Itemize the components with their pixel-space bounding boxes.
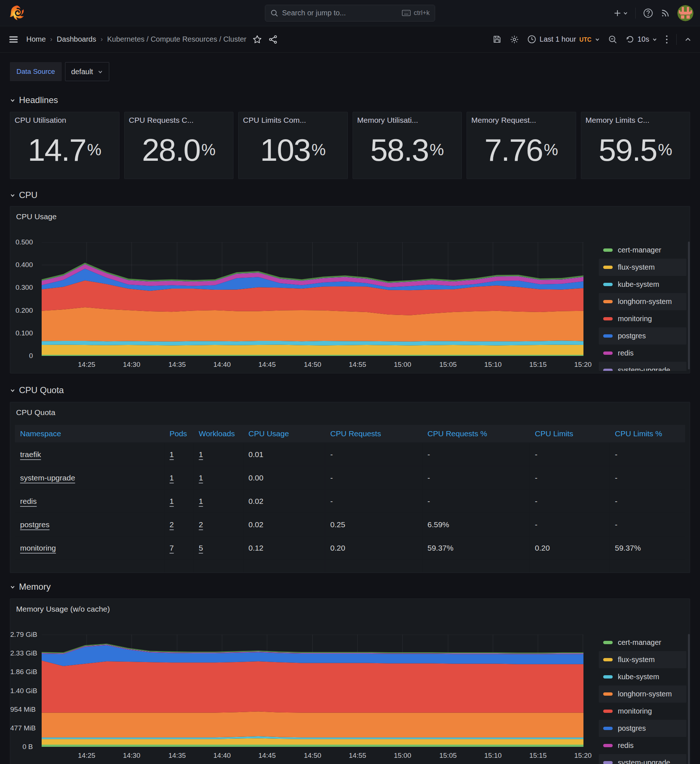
legend-swatch: [603, 249, 613, 252]
drilldown-link[interactable]: 1: [199, 450, 203, 459]
help-button[interactable]: [643, 8, 653, 18]
drilldown-link[interactable]: 1: [199, 474, 203, 482]
legend-scrollbar[interactable]: [688, 634, 690, 764]
legend-swatch: [603, 351, 613, 355]
table-header-cell[interactable]: CPU Requests: [325, 425, 422, 443]
menu-icon: [9, 35, 18, 44]
section-header-memory[interactable]: Memory: [10, 582, 690, 592]
favorite-button[interactable]: [252, 35, 262, 44]
table-cell: redis: [15, 490, 164, 513]
grafana-logo-icon[interactable]: [9, 5, 25, 22]
x-axis-tick: 15:20: [574, 361, 592, 369]
gear-icon: [510, 35, 519, 44]
namespace-link[interactable]: postgres: [20, 520, 50, 529]
drilldown-link[interactable]: 2: [169, 520, 174, 529]
dashboard-toolbar: Home›Dashboards›Kubernetes / Compute Res…: [0, 26, 700, 53]
drilldown-link[interactable]: 7: [169, 544, 174, 553]
section-header-headlines[interactable]: Headlines: [10, 95, 690, 105]
x-axis-tick: 15:00: [394, 751, 411, 759]
search-input[interactable]: Search or jump to... ctrl+k: [265, 5, 435, 22]
table-cell: 0.00: [243, 466, 325, 489]
save-dashboard-button[interactable]: [492, 35, 502, 44]
legend-item[interactable]: longhorn-system: [599, 686, 686, 703]
namespace-link[interactable]: system-upgrade: [20, 474, 75, 482]
namespace-link[interactable]: monitoring: [20, 544, 56, 553]
namespace-link[interactable]: traefik: [20, 450, 41, 459]
legend-item[interactable]: kube-system: [599, 668, 686, 686]
chevron-down-icon: [10, 97, 15, 103]
dashboard-settings-button[interactable]: [510, 35, 519, 44]
table-cell: 0.20: [325, 536, 422, 559]
table-header-cell[interactable]: CPU Limits: [530, 425, 610, 443]
legend-item[interactable]: cert-manager: [599, 634, 686, 651]
table-header-cell[interactable]: Workloads: [194, 425, 243, 443]
legend-label: redis: [618, 349, 634, 357]
refresh-picker[interactable]: 10s: [625, 35, 657, 44]
table-row: traefik110.01----: [15, 443, 685, 466]
y-axis-tick: 2.33 GiB: [10, 649, 37, 657]
mega-menu-button[interactable]: [9, 35, 18, 44]
drilldown-link[interactable]: 1: [169, 450, 174, 459]
divider: [676, 34, 677, 45]
legend-label: flux-system: [618, 656, 655, 664]
news-button[interactable]: [661, 8, 670, 18]
stat-unit: %: [311, 141, 326, 159]
section-header-cpu-quota[interactable]: CPU Quota: [10, 385, 690, 395]
x-axis-tick: 15:05: [439, 361, 457, 369]
section-header-cpu[interactable]: CPU: [10, 190, 690, 200]
breadcrumb-item[interactable]: Home: [26, 35, 45, 44]
stat-title: CPU Utilisation: [15, 116, 115, 125]
legend-item[interactable]: system-upgrade: [599, 362, 686, 371]
variables-row: Data Source default: [10, 62, 690, 81]
stat-panel: CPU Utilisation14.7%: [10, 112, 119, 179]
table-row: postgres220.020.256.59%--: [15, 513, 685, 536]
x-axis-tick: 14:25: [78, 361, 96, 369]
share-button[interactable]: [269, 35, 278, 44]
datasource-variable-label: Data Source: [10, 62, 62, 81]
legend-item[interactable]: longhorn-system: [599, 293, 686, 310]
legend-item[interactable]: postgres: [599, 720, 686, 737]
chevron-up-icon: [685, 37, 691, 42]
x-axis-tick: 14:45: [258, 751, 276, 759]
zoom-out-button[interactable]: [608, 35, 617, 44]
legend-item[interactable]: flux-system: [599, 651, 686, 668]
legend-scrollbar[interactable]: [688, 241, 690, 369]
drilldown-link[interactable]: 2: [199, 520, 203, 529]
table-header-cell[interactable]: CPU Requests %: [422, 425, 530, 443]
table-header-cell[interactable]: CPU Limits %: [610, 425, 685, 443]
avatar[interactable]: [677, 5, 694, 21]
table-header-cell[interactable]: Pods: [164, 425, 194, 443]
legend-item[interactable]: system-upgrade: [599, 754, 686, 764]
legend-swatch: [603, 300, 613, 303]
breadcrumb-item[interactable]: Dashboards: [56, 35, 96, 44]
namespace-link[interactable]: redis: [20, 497, 37, 506]
new-dashboard-button[interactable]: [614, 9, 628, 17]
legend-swatch: [603, 266, 613, 269]
legend-item[interactable]: redis: [599, 737, 686, 754]
x-axis-tick: 15:15: [529, 751, 547, 759]
legend-item[interactable]: cert-manager: [599, 241, 686, 259]
table-cell: -: [530, 466, 610, 489]
drilldown-link[interactable]: 5: [199, 544, 203, 553]
more-options-button[interactable]: [665, 35, 668, 44]
x-axis-tick: 14:30: [123, 361, 140, 369]
legend-swatch: [603, 709, 613, 713]
search-placeholder: Search or jump to...: [282, 9, 346, 17]
legend-item[interactable]: redis: [599, 344, 686, 362]
table-cell: 1: [164, 466, 194, 489]
collapse-toolbar-button[interactable]: [685, 37, 691, 42]
legend-item[interactable]: postgres: [599, 327, 686, 344]
legend-item[interactable]: flux-system: [599, 259, 686, 276]
drilldown-link[interactable]: 1: [169, 497, 174, 506]
drilldown-link[interactable]: 1: [199, 497, 203, 506]
legend-item[interactable]: monitoring: [599, 703, 686, 720]
time-range-picker[interactable]: Last 1 hour UTC: [527, 35, 600, 44]
stat-value: 7.76: [484, 134, 543, 166]
table-header-cell[interactable]: Namespace: [15, 425, 164, 443]
table-header-cell[interactable]: CPU Usage: [243, 425, 325, 443]
datasource-variable-select[interactable]: default: [65, 62, 109, 81]
drilldown-link[interactable]: 1: [169, 474, 174, 482]
chevron-down-icon: [10, 584, 15, 590]
legend-item[interactable]: kube-system: [599, 276, 686, 293]
legend-item[interactable]: monitoring: [599, 310, 686, 327]
